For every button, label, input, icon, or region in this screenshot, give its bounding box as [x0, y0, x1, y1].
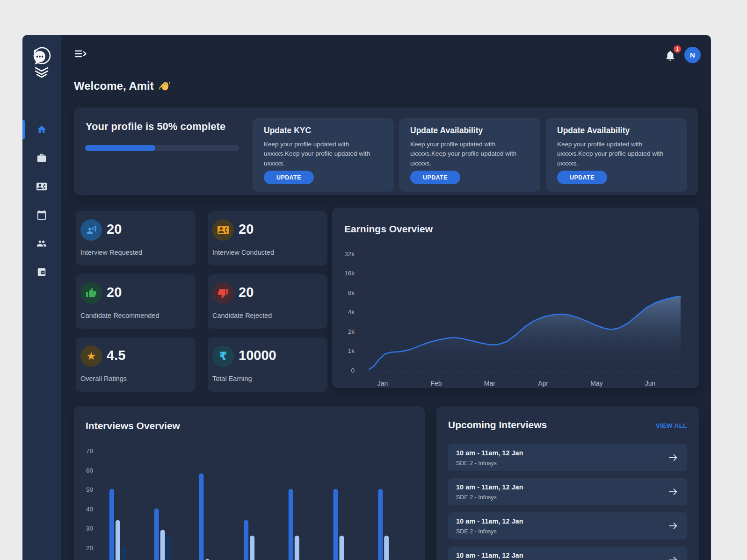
- user-avatar[interactable]: N: [684, 47, 701, 63]
- sidebar-item-community[interactable]: [22, 232, 61, 255]
- update-availability-body: Keep your profile updated with uxxxxs.Ke…: [557, 140, 680, 168]
- arrow-right-icon: [667, 486, 679, 497]
- stat-value: 10000: [239, 348, 276, 363]
- upcoming-interviews-card: Upcoming Interviews VIEW ALL 10 am - 11a…: [436, 406, 699, 560]
- interview-time: 10 am - 11am, 12 Jan: [456, 483, 523, 491]
- svg-text:30: 30: [86, 525, 93, 532]
- stat-label: Candidate Rejected: [212, 312, 272, 319]
- notifications-button[interactable]: 1: [664, 47, 679, 63]
- update-availability-body: Keep your profile updated with uxxxxs.Ke…: [410, 140, 533, 168]
- svg-text:Jun: Jun: [645, 380, 656, 387]
- upcoming-interview-item[interactable]: 10 am - 11am, 12 Jan SDE 2 - Infosys: [448, 478, 687, 505]
- thumb-down-icon: [212, 282, 234, 304]
- upcoming-interview-item[interactable]: 10 am - 11am, 12 Jan SDE 2 - Infosys: [448, 444, 687, 471]
- upcoming-interviews-title: Upcoming Interviews: [448, 419, 547, 431]
- stat-card-candidate-recommended: 20 Candidate Recommended: [76, 274, 196, 329]
- wallet-icon: [36, 267, 47, 277]
- menu-toggle-button[interactable]: [74, 48, 88, 59]
- sidebar-item-home[interactable]: [22, 118, 61, 141]
- earnings-overview-card: Earnings Overview 32k16k8k4k2k1k0JanFebM…: [332, 208, 699, 388]
- profile-completion-card: Your profile is 50% complete Update KYC …: [74, 108, 698, 195]
- wave-hand-icon: [159, 80, 171, 92]
- interview-time: 10 am - 11am, 12 Jan: [456, 517, 523, 525]
- upcoming-interview-item[interactable]: 10 am - 11am, 12 Jan SDE 2 - Infosys: [448, 546, 687, 560]
- welcome-heading: Welcome, Amit: [74, 79, 171, 93]
- stat-card-total-earning: ₹ 10000 Total Earning: [208, 337, 327, 392]
- home-icon: [36, 124, 47, 135]
- svg-text:2k: 2k: [348, 328, 355, 335]
- interview-role: SDE 2 - Infosys: [456, 460, 497, 467]
- stat-card-interview-conducted: 20 Interview Conducted: [208, 211, 327, 266]
- svg-text:4k: 4k: [348, 309, 355, 316]
- svg-text:Feb: Feb: [430, 380, 442, 387]
- svg-text:16k: 16k: [344, 270, 355, 277]
- update-kyc-card: Update KYC Keep your profile updated wit…: [253, 118, 394, 192]
- svg-text:May: May: [590, 380, 602, 387]
- calendar-icon: [36, 210, 47, 220]
- svg-text:8k: 8k: [348, 289, 355, 296]
- welcome-text: Welcome, Amit: [74, 79, 154, 93]
- app-logo-icon: [29, 44, 54, 82]
- update-availability-title: Update Availability: [410, 126, 483, 136]
- stat-label: Total Earning: [212, 375, 252, 382]
- svg-text:Apr: Apr: [538, 380, 548, 387]
- interview-role: SDE 2 - Infosys: [456, 528, 497, 535]
- stat-value: 4.5: [107, 348, 125, 363]
- menu-expand-icon: [74, 48, 88, 59]
- earnings-area-chart: 32k16k8k4k2k1k0JanFebMarAprMayJun: [332, 208, 699, 388]
- upcoming-interview-item[interactable]: 10 am - 11am, 12 Jan SDE 2 - Infosys: [448, 512, 687, 539]
- update-availability-button[interactable]: UPDATE: [557, 171, 607, 184]
- interview-role: SDE 2 - Infosys: [456, 494, 497, 501]
- arrow-right-icon: [667, 452, 679, 463]
- stat-value: 20: [239, 285, 254, 300]
- view-all-link[interactable]: VIEW ALL: [656, 422, 687, 429]
- svg-text:Mar: Mar: [484, 380, 495, 387]
- interviews-bar-chart: 706050403020: [74, 406, 425, 560]
- sidebar-item-schedule[interactable]: [22, 204, 61, 226]
- interview-time: 10 am - 11am, 12 Jan: [456, 552, 523, 559]
- svg-text:60: 60: [86, 467, 93, 474]
- svg-text:Jan: Jan: [377, 380, 388, 387]
- profile-progress-bar: [85, 145, 239, 151]
- sidebar-item-candidates[interactable]: [22, 175, 61, 198]
- svg-text:1k: 1k: [348, 347, 355, 354]
- briefcase-icon: [36, 153, 47, 163]
- sidebar: [22, 35, 61, 560]
- stat-label: Interview Conducted: [212, 249, 274, 256]
- arrow-right-icon: [667, 520, 679, 531]
- stat-card-interview-requested: 20 Interview Requested: [76, 211, 196, 266]
- sidebar-item-jobs[interactable]: [22, 147, 61, 169]
- update-availability-card-2: Update Availability Keep your profile up…: [546, 118, 687, 192]
- svg-text:0: 0: [351, 367, 355, 374]
- stat-value: 20: [107, 285, 122, 300]
- profile-progress-fill: [85, 145, 155, 151]
- svg-text:70: 70: [86, 447, 93, 454]
- people-icon: [36, 238, 47, 249]
- arrow-right-icon: [667, 554, 679, 560]
- update-kyc-title: Update KYC: [264, 126, 311, 136]
- update-kyc-button[interactable]: UPDATE: [264, 171, 314, 184]
- star-icon: ★: [80, 345, 102, 367]
- stat-card-candidate-rejected: 20 Candidate Rejected: [208, 274, 327, 329]
- stat-label: Overall Ratings: [80, 375, 127, 382]
- stat-label: Interview Requested: [80, 249, 142, 256]
- notification-badge: 1: [674, 45, 681, 53]
- stat-value: 20: [239, 222, 254, 237]
- svg-text:40: 40: [86, 506, 93, 513]
- stat-card-overall-ratings: ★ 4.5 Overall Ratings: [76, 337, 196, 392]
- update-availability-card-1: Update Availability Keep your profile up…: [399, 118, 540, 192]
- thumb-up-icon: [80, 282, 102, 304]
- profile-completion-title: Your profile is 50% complete: [86, 121, 225, 133]
- app-window: 1 N Welcome, Amit Your profile is 50% co…: [22, 35, 711, 560]
- svg-text:20: 20: [86, 545, 93, 552]
- interview-time: 10 am - 11am, 12 Jan: [456, 449, 523, 457]
- voice-person-icon: [80, 219, 102, 241]
- svg-text:32k: 32k: [344, 251, 355, 258]
- svg-text:50: 50: [86, 486, 93, 493]
- sidebar-item-earnings[interactable]: [22, 261, 61, 283]
- stat-label: Candidate Recommended: [80, 312, 159, 319]
- contact-card-icon: [36, 181, 47, 192]
- interviews-overview-card: Interviews Overview 706050403020: [74, 406, 425, 560]
- update-kyc-body: Keep your profile updated with uxxxxs.Ke…: [264, 140, 386, 168]
- update-availability-button[interactable]: UPDATE: [410, 171, 460, 184]
